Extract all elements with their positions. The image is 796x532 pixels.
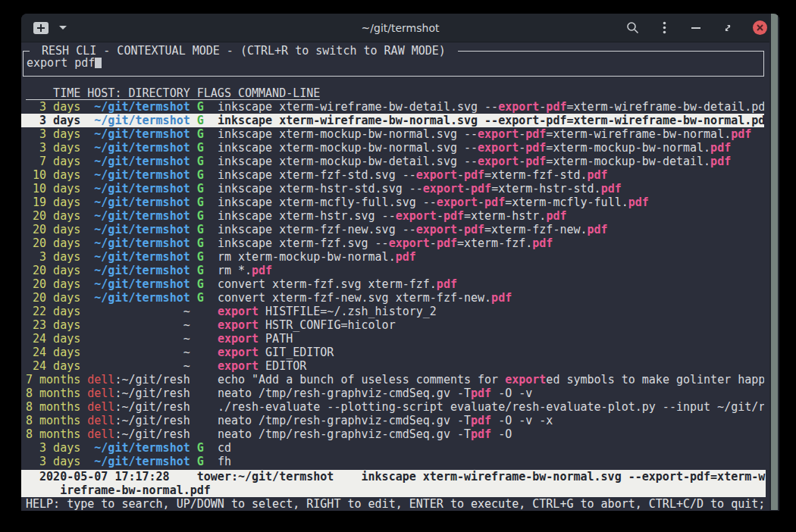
row-command: echo "Add a bunch of useless comments fo… — [218, 373, 764, 386]
history-row[interactable]: 19 days ~/git/termshot G inkscape xterm-… — [21, 196, 764, 209]
match-highlight: pdf — [464, 223, 484, 236]
titlebar: ~/git/termshot — [21, 14, 779, 42]
row-flag — [197, 305, 204, 318]
history-row[interactable]: 8 months dell:~/git/resh neato /tmp/resh… — [21, 386, 764, 400]
row-hostname: dell — [87, 386, 114, 400]
row-time: 3 days — [26, 114, 80, 127]
history-rows: 3 days ~/git/termshot G inkscape xterm-w… — [21, 100, 764, 468]
history-row[interactable]: 3 days ~/git/termshot G cd — [21, 441, 764, 455]
match-highlight: export — [218, 318, 259, 332]
row-directory: ~ — [87, 332, 190, 346]
history-row[interactable]: 23 days ~ export HSTR_CONFIG=hicolor — [21, 318, 764, 332]
row-command: inkscape xterm-hstr-std.svg --export-pdf… — [218, 182, 622, 196]
row-time: 3 days — [26, 100, 80, 114]
row-command: export HSTR_CONFIG=hicolor — [218, 318, 396, 332]
history-row[interactable]: 24 days ~ export EDITOR — [21, 359, 764, 373]
row-time: 8 months — [26, 414, 80, 427]
match-highlight: pdf — [464, 168, 484, 182]
match-highlight: pdf — [546, 100, 566, 114]
search-icon[interactable] — [625, 21, 639, 35]
row-command: export EDITOR — [218, 359, 306, 373]
history-row[interactable]: 3 days ~/git/termshot G fh — [21, 455, 764, 468]
match-highlight: export — [498, 100, 539, 114]
history-row[interactable]: 22 days ~ export HISTFILE=~/.zsh_history… — [21, 305, 764, 318]
match-highlight: export — [218, 305, 259, 318]
row-flag: G — [197, 236, 204, 250]
row-command: inkscape xterm-fzf-new.svg --export-pdf=… — [218, 223, 608, 236]
history-row[interactable]: 20 days ~/git/termshot G inkscape xterm-… — [21, 209, 764, 223]
match-highlight: pdf — [525, 127, 546, 141]
match-highlight: pdf — [546, 209, 566, 223]
match-highlight: pdf — [471, 414, 491, 427]
row-time: 10 days — [26, 168, 80, 182]
menu-kebab-icon[interactable] — [657, 21, 671, 35]
row-command: inkscape xterm-mockup-bw-normal.svg --ex… — [218, 141, 731, 155]
row-time: 24 days — [26, 332, 80, 346]
match-highlight: export — [478, 141, 519, 155]
row-time: 3 days — [26, 141, 80, 155]
row-directory: :~/git/resh — [114, 427, 190, 441]
row-flag: G — [197, 441, 204, 455]
history-row[interactable]: 20 days ~/git/termshot G rm *.pdf — [21, 264, 764, 277]
history-row[interactable]: 24 days ~ export PATH — [21, 332, 764, 346]
history-row[interactable]: 3 days ~/git/termshot G inkscape xterm-w… — [21, 100, 764, 114]
history-row[interactable]: 7 days ~/git/termshot G inkscape xterm-m… — [21, 155, 764, 168]
row-command: neato /tmp/resh-graphviz-cmdSeq.gv -Tpdf… — [218, 386, 532, 400]
history-row[interactable]: 20 days ~/git/termshot G convert xterm-f… — [21, 277, 764, 291]
row-command: convert xterm-fzf-new.svg xterm-fzf-new.… — [218, 291, 512, 305]
row-time: 20 days — [26, 291, 80, 305]
scrollbar-thumb[interactable] — [771, 14, 778, 510]
history-row[interactable]: 3 days ~/git/termshot G inkscape xterm-m… — [21, 141, 764, 155]
history-row[interactable]: 8 months dell:~/git/resh neato /tmp/resh… — [21, 427, 764, 441]
history-row[interactable]: 20 days ~/git/termshot G inkscape xterm-… — [21, 236, 764, 250]
row-command: inkscape xterm-mockup-bw-normal.svg --ex… — [218, 127, 751, 141]
history-row[interactable]: 3 days ~/git/termshot G rm xterm-mockup-… — [21, 250, 764, 264]
terminal-window: ~/git/termshot RESH CLI - CONTEXTUAL MOD… — [21, 14, 779, 511]
history-row[interactable]: 10 days ~/git/termshot G inkscape xterm-… — [21, 168, 764, 182]
search-input[interactable]: export pdf — [24, 56, 763, 70]
history-row[interactable]: 3 days ~/git/termshot G inkscape xterm-w… — [21, 114, 764, 127]
row-time: 24 days — [26, 346, 80, 359]
restore-icon[interactable] — [721, 21, 735, 35]
row-directory: ~/git/termshot — [87, 441, 190, 455]
row-time: 10 days — [26, 182, 80, 196]
row-directory: ~/git/termshot — [87, 182, 190, 196]
match-highlight: pdf — [396, 250, 416, 264]
scrollbar-track[interactable] — [769, 14, 779, 511]
row-command: inkscape xterm-mockup-bw-detail.svg --ex… — [218, 155, 731, 168]
match-highlight: export — [218, 332, 259, 346]
history-row[interactable]: 7 months dell:~/git/resh echo "Add a bun… — [21, 373, 764, 386]
row-flag — [197, 346, 204, 359]
row-directory: ~ — [87, 318, 190, 332]
row-command: export GIT_EDITOR — [218, 346, 334, 359]
row-directory: ~/git/termshot — [87, 168, 190, 182]
row-time: 7 months — [26, 373, 80, 386]
row-time: 20 days — [26, 223, 80, 236]
history-row[interactable]: 20 days ~/git/termshot G convert xterm-f… — [21, 291, 764, 305]
minimize-icon[interactable] — [689, 21, 703, 35]
row-flag: G — [197, 182, 204, 196]
history-row[interactable]: 8 months dell:~/git/resh ./resh-evaluate… — [21, 400, 764, 414]
history-row[interactable]: 20 days ~/git/termshot G inkscape xterm-… — [21, 223, 764, 236]
row-directory: :~/git/resh — [114, 400, 190, 414]
match-highlight: export — [437, 196, 478, 209]
row-command: inkscape xterm-fzf-std.svg --export-pdf=… — [218, 168, 608, 182]
row-flag — [197, 359, 204, 373]
row-hostname: dell — [87, 414, 114, 427]
resh-search-box: RESH CLI - CONTEXTUAL MODE - (CTRL+R to … — [23, 51, 764, 77]
history-row[interactable]: 3 days ~/git/termshot G inkscape xterm-m… — [21, 127, 764, 141]
row-directory: ~/git/termshot — [87, 209, 190, 223]
match-highlight: export — [389, 236, 430, 250]
history-row[interactable]: 24 days ~ export GIT_EDITOR — [21, 346, 764, 359]
history-row[interactable]: 8 months dell:~/git/resh neato /tmp/resh… — [21, 414, 764, 427]
close-icon[interactable] — [753, 20, 767, 35]
match-highlight: export — [218, 359, 259, 373]
row-directory: ~ — [87, 305, 190, 318]
row-time: 7 days — [26, 155, 80, 168]
row-time: 3 days — [26, 455, 80, 468]
history-row[interactable]: 10 days ~/git/termshot G inkscape xterm-… — [21, 182, 764, 196]
match-highlight: pdf — [731, 127, 751, 141]
row-command: export HISTFILE=~/.zsh_history_2 — [218, 305, 437, 318]
row-directory: ~/git/termshot — [87, 223, 190, 236]
row-time: 24 days — [26, 359, 80, 373]
